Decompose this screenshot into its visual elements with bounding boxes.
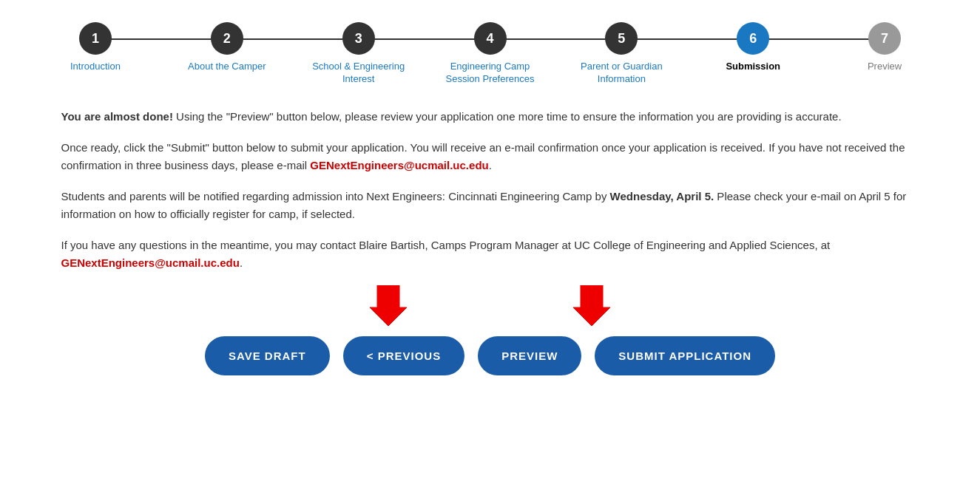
step-2: 2 About the Camper [161,22,293,73]
step-circle-7: 7 [868,22,901,55]
step-3: 3 School & Engineering Interest [293,22,425,86]
email-link-2[interactable]: GENextEngineers@ucmail.uc.edu [61,256,240,269]
para-4-start: If you have any questions in the meantim… [61,239,831,251]
email-link-1[interactable]: GENextEngineers@ucmail.uc.edu [310,159,488,171]
svg-marker-1 [573,285,610,326]
main-content: You are almost done! Using the "Preview"… [47,108,934,272]
step-label-2: About the Camper [188,61,266,73]
step-circle-5: 5 [605,22,638,55]
preview-button[interactable]: PREVIEW [478,336,581,375]
buttons-row: SAVE DRAFT < PREVIOUS PREVIEW SUBMIT APP… [30,336,950,390]
step-label-5: Parent or Guardian Information [573,61,669,86]
step-circle-3: 3 [342,22,375,55]
para-4: If you have any questions in the meantim… [61,236,919,272]
step-7: 7 Preview [819,22,950,73]
step-label-7: Preview [868,61,902,73]
para-1: You are almost done! Using the "Preview"… [61,108,919,126]
step-1: 1 Introduction [30,22,161,73]
para-1-bold: You are almost done! [61,110,173,123]
step-4: 4 Engineering Camp Session Preferences [425,22,556,86]
arrow-submit [573,285,610,329]
para-3-start: Students and parents will be notified re… [61,190,610,202]
para-4-end: . [240,256,243,269]
para-1-rest: Using the "Preview" button below, please… [173,110,842,123]
para-3-bold: Wednesday, April 5. [610,190,714,202]
step-circle-4: 4 [474,22,507,55]
step-5: 5 Parent or Guardian Information [555,22,687,86]
save-draft-button[interactable]: SAVE DRAFT [205,336,330,375]
step-label-4: Engineering Camp Session Preferences [442,61,538,86]
step-label-3: School & Engineering Interest [311,61,407,86]
arrow-preview [370,285,407,329]
step-circle-6: 6 [737,22,769,55]
step-circle-2: 2 [211,22,243,55]
para-2: Once ready, click the "Submit" button be… [61,139,919,174]
step-circle-1: 1 [79,22,112,55]
step-6: 6 Submission [687,22,819,73]
arrows-container [30,285,950,329]
previous-button[interactable]: < PREVIOUS [343,336,464,375]
step-label-1: Introduction [70,61,121,73]
submit-application-button[interactable]: SUBMIT APPLICATION [595,336,775,375]
para-3: Students and parents will be notified re… [61,188,919,223]
step-label-6: Submission [726,61,780,73]
svg-marker-0 [370,285,407,326]
stepper: 1 Introduction 2 About the Camper 3 Scho… [30,22,950,86]
para-2-end: . [489,159,492,171]
